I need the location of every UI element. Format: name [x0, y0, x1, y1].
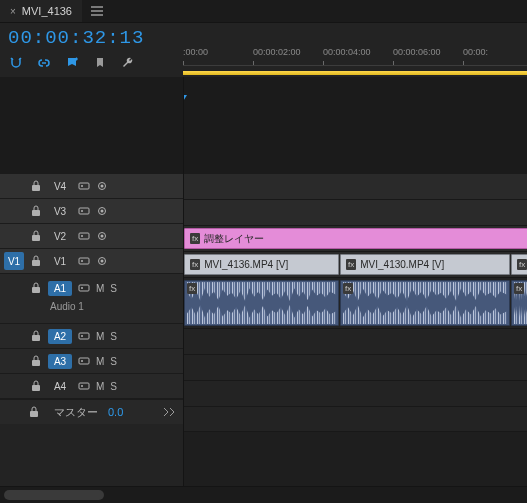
fx-badge-icon: fx [346, 259, 356, 270]
clip-label: MVI_4136.MP4 [V] [204, 259, 288, 270]
toggle-sync-lock-icon[interactable] [78, 331, 90, 341]
track-target[interactable]: V3 [48, 204, 72, 219]
toggle-sync-lock-icon[interactable] [78, 381, 90, 391]
audio-clip[interactable]: fx [511, 280, 527, 326]
track-lane-a3[interactable] [184, 355, 527, 381]
mute-button[interactable]: M [96, 356, 104, 367]
master-track-header[interactable]: マスター 0.0 [0, 399, 183, 424]
playhead-timecode[interactable]: 00:00:32:13 [8, 27, 175, 49]
track-target[interactable]: A2 [48, 329, 72, 344]
marker-icon[interactable] [92, 55, 108, 71]
adjustment-layer-clip[interactable]: fx 調整レイヤー [184, 228, 527, 249]
lock-icon[interactable] [26, 205, 46, 217]
mute-button[interactable]: M [96, 381, 104, 392]
track-target[interactable]: V2 [48, 229, 72, 244]
lock-icon[interactable] [26, 380, 46, 392]
linked-selection-icon[interactable] [36, 55, 52, 71]
work-area-bar[interactable] [183, 71, 527, 75]
track-header-v4[interactable]: V4 [0, 174, 183, 199]
track-lane-a2[interactable] [184, 329, 527, 355]
track-header-a3[interactable]: A3MS [0, 349, 183, 374]
solo-button[interactable]: S [110, 283, 117, 294]
video-clip[interactable]: fxMVI_4130.MP4 [V] [340, 254, 510, 275]
lock-icon[interactable] [26, 255, 46, 267]
track-header-a4[interactable]: A4MS [0, 374, 183, 399]
horizontal-scrollbar[interactable] [0, 486, 527, 503]
svg-point-12 [81, 235, 83, 237]
ruler-tick: 00:00: [463, 47, 488, 57]
scroll-thumb[interactable] [4, 490, 104, 500]
source-patch[interactable] [4, 177, 24, 195]
source-patch[interactable]: V1 [4, 252, 24, 270]
track-lane-a4[interactable] [184, 381, 527, 407]
track-target[interactable]: A3 [48, 354, 72, 369]
lock-icon[interactable] [26, 230, 46, 242]
track-target[interactable]: A1 [48, 281, 72, 296]
toggle-sync-lock-icon[interactable] [78, 206, 90, 216]
source-patch[interactable] [4, 377, 24, 395]
svg-point-4 [101, 185, 104, 188]
audio-clip[interactable]: fx [340, 280, 510, 326]
lock-icon[interactable] [26, 355, 46, 367]
master-out-icon[interactable] [163, 407, 175, 417]
toggle-sync-lock-icon[interactable] [78, 283, 90, 293]
track-lane-v4[interactable] [184, 174, 527, 200]
close-tab-icon[interactable]: × [10, 6, 16, 17]
svg-point-14 [101, 235, 104, 238]
mute-button[interactable]: M [96, 283, 104, 294]
svg-rect-5 [32, 210, 40, 216]
toggle-sync-lock-icon[interactable] [78, 356, 90, 366]
add-marker-icon[interactable] [64, 55, 80, 71]
toggle-track-output-icon[interactable] [96, 256, 108, 266]
lock-icon[interactable] [26, 180, 46, 192]
mute-button[interactable]: M [96, 331, 104, 342]
toggle-sync-lock-icon[interactable] [78, 181, 90, 191]
svg-point-17 [81, 260, 83, 262]
source-patch[interactable] [4, 202, 24, 220]
track-lane-a1[interactable]: fxfxfx [184, 278, 527, 329]
toggle-track-output-icon[interactable] [96, 231, 108, 241]
lock-icon[interactable] [26, 282, 46, 294]
track-lane-v3[interactable] [184, 200, 527, 226]
track-target[interactable]: V1 [48, 254, 72, 269]
solo-button[interactable]: S [110, 381, 117, 392]
source-patch[interactable] [4, 227, 24, 245]
track-header-a1[interactable]: A1MSAudio 1 [0, 274, 183, 324]
track-header-a2[interactable]: A2MS [0, 324, 183, 349]
solo-button[interactable]: S [110, 356, 117, 367]
track-lane-master[interactable] [184, 407, 527, 432]
toggle-sync-lock-icon[interactable] [78, 256, 90, 266]
track-lanes[interactable]: fx 調整レイヤー fxMVI_4136.MP4 [V]fxMVI_4130.M… [183, 77, 527, 486]
source-patch[interactable] [4, 327, 24, 345]
toggle-track-output-icon[interactable] [96, 181, 108, 191]
track-header-v3[interactable]: V3 [0, 199, 183, 224]
track-lane-v2[interactable]: fx 調整レイヤー [184, 226, 527, 252]
fx-badge-icon: fx [517, 259, 527, 270]
track-header-v1[interactable]: V1V1 [0, 249, 183, 274]
lock-icon[interactable] [26, 330, 46, 342]
video-clip[interactable]: fx [511, 254, 527, 275]
source-patch[interactable] [4, 352, 24, 370]
audio-clip[interactable]: fx [184, 280, 339, 326]
sequence-tab[interactable]: × MVI_4136 [0, 0, 82, 22]
solo-button[interactable]: S [110, 331, 117, 342]
lock-icon[interactable] [24, 406, 44, 418]
snap-icon[interactable] [8, 55, 24, 71]
track-target[interactable]: V4 [48, 179, 72, 194]
svg-rect-24 [79, 333, 89, 339]
video-clip[interactable]: fxMVI_4136.MP4 [V] [184, 254, 339, 275]
ruler-tick: 00:00:02:00 [253, 47, 301, 57]
toggle-track-output-icon[interactable] [96, 206, 108, 216]
master-value[interactable]: 0.0 [108, 406, 123, 418]
track-target[interactable]: A4 [48, 379, 72, 394]
svg-rect-6 [79, 208, 89, 214]
toggle-sync-lock-icon[interactable] [78, 231, 90, 241]
settings-wrench-icon[interactable] [120, 55, 136, 71]
time-ruler[interactable]: :00:0000:00:02:0000:00:04:0000:00:06:000… [183, 47, 527, 66]
track-lane-v1[interactable]: fxMVI_4136.MP4 [V]fxMVI_4130.MP4 [V]fx [184, 252, 527, 278]
ruler-tick: 00:00:06:00 [393, 47, 441, 57]
track-header-v2[interactable]: V2 [0, 224, 183, 249]
fx-badge-icon: fx [190, 259, 200, 270]
source-patch[interactable] [4, 279, 24, 297]
panel-menu-icon[interactable] [88, 2, 106, 20]
